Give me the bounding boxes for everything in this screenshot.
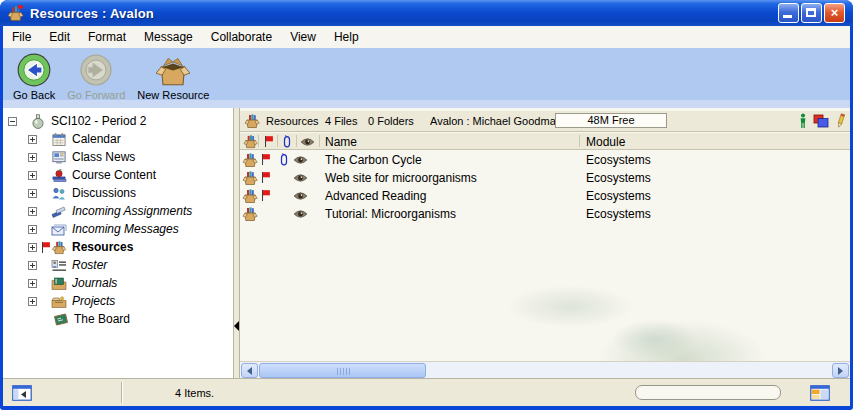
tree-item-discussions[interactable]: Discussions — [3, 184, 233, 202]
tree-item-incoming-messages[interactable]: Incoming Messages — [3, 220, 233, 238]
expand-toggle-icon[interactable] — [28, 279, 37, 288]
close-icon: × — [825, 5, 844, 20]
tree-item-label: Journals — [72, 276, 117, 290]
scroll-right-button[interactable] — [832, 363, 849, 378]
menu-bar: File Edit Format Message Collaborate Vie… — [3, 26, 850, 48]
window-body: File Edit Format Message Collaborate Vie… — [3, 26, 850, 406]
tree-item-roster[interactable]: Roster — [3, 256, 233, 274]
menu-collaborate[interactable]: Collaborate — [202, 27, 281, 47]
resources-box-icon — [242, 152, 258, 168]
go-back-icon — [16, 52, 52, 88]
resource-name[interactable]: Advanced Reading — [325, 189, 426, 203]
tree-item-journals[interactable]: Journals — [3, 274, 233, 292]
flag-column-icon[interactable] — [263, 135, 274, 148]
tree-item-label: Class News — [72, 150, 135, 164]
go-back-button[interactable]: Go Back — [13, 52, 55, 101]
maximize-button[interactable] — [801, 3, 822, 23]
tree-item-projects[interactable]: Projects — [3, 292, 233, 310]
status-bar: 4 Items. — [3, 378, 850, 406]
titlebar[interactable]: Resources : Avalon × — [0, 0, 853, 26]
flag-icon — [260, 153, 271, 166]
resource-row[interactable]: Advanced Reading Ecosystems — [240, 187, 850, 205]
status-progress-box — [635, 385, 781, 400]
tree-item-label: Incoming Assignments — [72, 204, 192, 218]
tree-item-resources[interactable]: Resources — [3, 238, 233, 256]
course-content-icon — [51, 168, 67, 183]
tree-item-calendar[interactable]: Calendar — [3, 130, 233, 148]
resource-name[interactable]: Tutorial: Microorganisms — [325, 207, 456, 221]
collapse-toggle-icon[interactable] — [8, 117, 17, 126]
items-count-label: 4 Items. — [175, 387, 214, 399]
expand-toggle-icon[interactable] — [28, 189, 37, 198]
panel-splitter[interactable] — [233, 108, 240, 378]
layout-icon[interactable] — [810, 385, 830, 401]
column-separator — [277, 135, 278, 147]
column-separator — [258, 135, 259, 147]
column-separator — [296, 135, 297, 147]
eye-icon — [293, 209, 308, 219]
tree-item-the-board[interactable]: The Board — [3, 310, 233, 328]
expand-toggle-icon[interactable] — [28, 243, 37, 252]
menu-view[interactable]: View — [281, 27, 325, 47]
tree-item-course-root[interactable]: SCI102 - Period 2 — [3, 112, 233, 130]
column-header-name[interactable]: Name — [325, 135, 357, 149]
menu-file[interactable]: File — [3, 27, 40, 47]
pencil-icon[interactable] — [835, 113, 847, 129]
overlapping-windows-icon[interactable] — [813, 114, 829, 128]
resource-row[interactable]: Web site for microorganisms Ecosystems — [240, 169, 850, 187]
resources-list: The Carbon Cycle Ecosystems Web site for… — [240, 151, 850, 361]
expand-toggle-icon[interactable] — [28, 297, 37, 306]
resource-name[interactable]: The Carbon Cycle — [325, 153, 422, 167]
pane-toggle-icon[interactable] — [12, 385, 32, 401]
resource-row[interactable]: Tutorial: Microorganisms Ecosystems — [240, 205, 850, 223]
column-separator — [319, 135, 320, 147]
maximize-icon — [806, 8, 816, 17]
expand-toggle-icon[interactable] — [28, 261, 37, 270]
expand-toggle-icon[interactable] — [28, 171, 37, 180]
resource-name[interactable]: Web site for microorganisms — [325, 171, 477, 185]
close-button[interactable]: × — [824, 3, 845, 23]
expand-toggle-icon[interactable] — [28, 207, 37, 216]
resource-row[interactable]: The Carbon Cycle Ecosystems — [240, 151, 850, 169]
person-icon[interactable] — [799, 113, 807, 129]
horizontal-scrollbar[interactable] — [240, 361, 850, 378]
collapse-panel-icon[interactable] — [234, 321, 239, 331]
eye-column-icon[interactable] — [300, 137, 315, 147]
menu-edit[interactable]: Edit — [40, 27, 79, 47]
menu-format[interactable]: Format — [79, 27, 135, 47]
window-title: Resources : Avalon — [30, 6, 154, 21]
content-area: SCI102 - Period 2 Calendar Class News Co… — [3, 108, 850, 378]
go-forward-icon — [78, 52, 114, 88]
new-resource-button[interactable]: New Resource — [137, 52, 209, 101]
column-header-module[interactable]: Module — [586, 135, 625, 149]
go-forward-button[interactable]: Go Forward — [67, 52, 125, 101]
tree-item-course-content[interactable]: Course Content — [3, 166, 233, 184]
resource-box-column-icon[interactable] — [243, 134, 258, 149]
menu-help[interactable]: Help — [325, 27, 368, 47]
minimize-button[interactable] — [778, 3, 799, 23]
go-back-label: Go Back — [13, 89, 55, 101]
scroll-left-button[interactable] — [241, 363, 258, 378]
menu-message[interactable]: Message — [135, 27, 202, 47]
expand-toggle-icon[interactable] — [28, 225, 37, 234]
chevron-right-icon — [838, 367, 847, 375]
folders-count: 0 Folders — [368, 115, 414, 127]
list-column-header: Name Module — [240, 133, 850, 150]
projects-icon — [51, 294, 67, 309]
flask-icon — [30, 114, 46, 129]
folder-info-bar: Resources 4 Files 0 Folders Avalon : Mic… — [240, 111, 850, 132]
expand-toggle-icon[interactable] — [28, 135, 37, 144]
discussions-icon — [51, 186, 67, 201]
scrollbar-thumb[interactable] — [259, 363, 426, 378]
new-resource-icon — [154, 54, 192, 88]
tree-item-incoming-assignments[interactable]: Incoming Assignments — [3, 202, 233, 220]
account-label: Avalon : Michael Goodman — [430, 115, 562, 127]
minimize-icon — [783, 15, 792, 18]
tree-item-label: The Board — [74, 312, 130, 326]
expand-toggle-icon[interactable] — [28, 153, 37, 162]
tree-item-label: SCI102 - Period 2 — [51, 114, 146, 128]
roster-icon — [51, 258, 67, 273]
resource-box-flag-icon — [7, 5, 24, 22]
tree-item-class-news[interactable]: Class News — [3, 148, 233, 166]
attachment-column-icon[interactable] — [282, 134, 292, 149]
